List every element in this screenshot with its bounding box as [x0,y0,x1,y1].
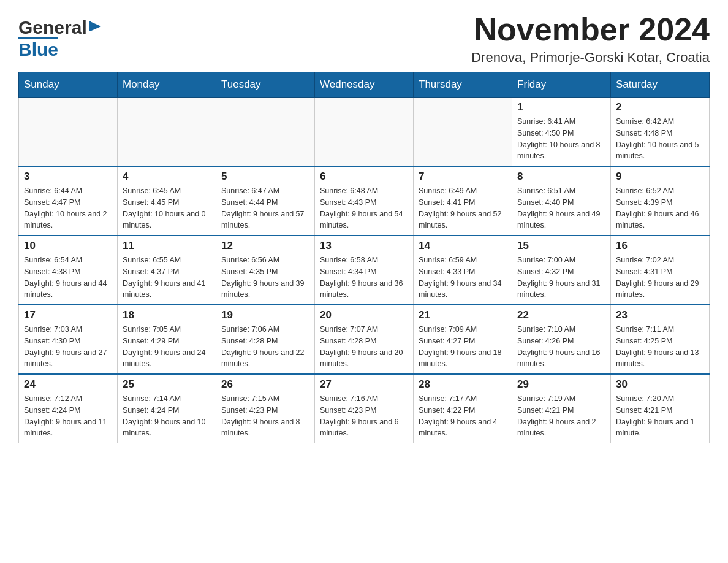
day-number: 12 [221,240,309,252]
day-number: 16 [616,240,704,252]
day-number: 15 [517,240,605,252]
calendar-day-cell [414,98,512,167]
day-info: Sunrise: 6:58 AMSunset: 4:34 PMDaylight:… [320,255,408,301]
weekday-header-wednesday: Wednesday [315,72,414,98]
day-info: Sunrise: 7:17 AMSunset: 4:22 PMDaylight:… [419,393,507,439]
day-number: 3 [24,170,112,183]
day-number: 11 [123,240,211,252]
day-number: 28 [419,378,507,391]
weekday-header-saturday: Saturday [611,72,710,98]
day-number: 20 [320,309,408,321]
calendar-day-cell: 10Sunrise: 6:54 AMSunset: 4:38 PMDayligh… [19,236,118,305]
title-block: November 2024 Drenova, Primorje-Gorski K… [471,12,710,66]
day-info: Sunrise: 6:52 AMSunset: 4:39 PMDaylight:… [616,185,704,231]
weekday-header-monday: Monday [118,72,216,98]
day-info: Sunrise: 7:05 AMSunset: 4:29 PMDaylight:… [123,324,211,370]
weekday-header-tuesday: Tuesday [216,72,315,98]
calendar-header: SundayMondayTuesdayWednesdayThursdayFrid… [19,72,710,98]
calendar-day-cell: 13Sunrise: 6:58 AMSunset: 4:34 PMDayligh… [315,236,414,305]
calendar-day-cell: 5Sunrise: 6:47 AMSunset: 4:44 PMDaylight… [216,166,315,236]
calendar-body: 1Sunrise: 6:41 AMSunset: 4:50 PMDaylight… [19,98,710,443]
day-number: 29 [517,378,605,391]
calendar-week-row: 24Sunrise: 7:12 AMSunset: 4:24 PMDayligh… [19,374,710,443]
day-info: Sunrise: 6:49 AMSunset: 4:41 PMDaylight:… [419,185,507,231]
page-header: General Blue November 2024 Drenova, Prim… [18,12,710,66]
logo-general-text: General [18,18,87,37]
day-number: 5 [221,170,309,183]
day-info: Sunrise: 6:59 AMSunset: 4:33 PMDaylight:… [419,255,507,301]
day-number: 21 [419,309,507,321]
day-info: Sunrise: 7:14 AMSunset: 4:24 PMDaylight:… [123,393,211,439]
day-info: Sunrise: 7:19 AMSunset: 4:21 PMDaylight:… [517,393,605,439]
day-number: 2 [616,101,704,113]
calendar-day-cell: 24Sunrise: 7:12 AMSunset: 4:24 PMDayligh… [19,374,118,443]
day-number: 14 [419,240,507,252]
day-number: 10 [24,240,112,252]
calendar-day-cell: 11Sunrise: 6:55 AMSunset: 4:37 PMDayligh… [118,236,216,305]
calendar-day-cell: 4Sunrise: 6:45 AMSunset: 4:45 PMDaylight… [118,166,216,236]
logo-flag-icon [89,20,102,36]
day-number: 30 [616,378,704,391]
day-number: 25 [123,378,211,391]
calendar-day-cell: 1Sunrise: 6:41 AMSunset: 4:50 PMDaylight… [512,98,611,167]
day-info: Sunrise: 7:20 AMSunset: 4:21 PMDaylight:… [616,393,704,439]
calendar-day-cell: 21Sunrise: 7:09 AMSunset: 4:27 PMDayligh… [414,305,512,374]
day-number: 9 [616,170,704,183]
calendar-day-cell: 14Sunrise: 6:59 AMSunset: 4:33 PMDayligh… [414,236,512,305]
calendar-day-cell: 12Sunrise: 6:56 AMSunset: 4:35 PMDayligh… [216,236,315,305]
calendar-day-cell: 9Sunrise: 6:52 AMSunset: 4:39 PMDaylight… [611,166,710,236]
day-info: Sunrise: 6:54 AMSunset: 4:38 PMDaylight:… [24,255,112,301]
calendar-day-cell: 8Sunrise: 6:51 AMSunset: 4:40 PMDaylight… [512,166,611,236]
day-info: Sunrise: 7:10 AMSunset: 4:26 PMDaylight:… [517,324,605,370]
weekday-header-thursday: Thursday [414,72,512,98]
calendar-week-row: 10Sunrise: 6:54 AMSunset: 4:38 PMDayligh… [19,236,710,305]
day-number: 8 [517,170,605,183]
day-number: 4 [123,170,211,183]
calendar-day-cell [118,98,216,167]
calendar-day-cell: 23Sunrise: 7:11 AMSunset: 4:25 PMDayligh… [611,305,710,374]
day-info: Sunrise: 7:02 AMSunset: 4:31 PMDaylight:… [616,255,704,301]
weekday-header-sunday: Sunday [19,72,118,98]
day-info: Sunrise: 7:11 AMSunset: 4:25 PMDaylight:… [616,324,704,370]
day-info: Sunrise: 7:00 AMSunset: 4:32 PMDaylight:… [517,255,605,301]
calendar-day-cell: 25Sunrise: 7:14 AMSunset: 4:24 PMDayligh… [118,374,216,443]
calendar-day-cell: 15Sunrise: 7:00 AMSunset: 4:32 PMDayligh… [512,236,611,305]
calendar-day-cell [19,98,118,167]
day-info: Sunrise: 7:15 AMSunset: 4:23 PMDaylight:… [221,393,309,439]
day-info: Sunrise: 6:47 AMSunset: 4:44 PMDaylight:… [221,185,309,231]
calendar-day-cell: 7Sunrise: 6:49 AMSunset: 4:41 PMDaylight… [414,166,512,236]
day-info: Sunrise: 6:42 AMSunset: 4:48 PMDaylight:… [616,116,704,162]
calendar-table: SundayMondayTuesdayWednesdayThursdayFrid… [18,72,710,443]
day-number: 26 [221,378,309,391]
day-info: Sunrise: 7:07 AMSunset: 4:28 PMDaylight:… [320,324,408,370]
day-number: 27 [320,378,408,391]
day-info: Sunrise: 7:12 AMSunset: 4:24 PMDaylight:… [24,393,112,439]
calendar-day-cell: 30Sunrise: 7:20 AMSunset: 4:21 PMDayligh… [611,374,710,443]
day-number: 18 [123,309,211,321]
day-number: 22 [517,309,605,321]
day-number: 7 [419,170,507,183]
day-number: 23 [616,309,704,321]
day-info: Sunrise: 6:45 AMSunset: 4:45 PMDaylight:… [123,185,211,231]
calendar-day-cell: 6Sunrise: 6:48 AMSunset: 4:43 PMDaylight… [315,166,414,236]
calendar-week-row: 1Sunrise: 6:41 AMSunset: 4:50 PMDaylight… [19,98,710,167]
day-info: Sunrise: 6:44 AMSunset: 4:47 PMDaylight:… [24,185,112,231]
calendar-day-cell: 28Sunrise: 7:17 AMSunset: 4:22 PMDayligh… [414,374,512,443]
calendar-title: November 2024 [471,12,710,47]
day-info: Sunrise: 6:51 AMSunset: 4:40 PMDaylight:… [517,185,605,231]
day-info: Sunrise: 7:06 AMSunset: 4:28 PMDaylight:… [221,324,309,370]
svg-marker-0 [90,21,101,31]
day-info: Sunrise: 6:41 AMSunset: 4:50 PMDaylight:… [517,116,605,162]
calendar-day-cell [216,98,315,167]
calendar-day-cell: 19Sunrise: 7:06 AMSunset: 4:28 PMDayligh… [216,305,315,374]
calendar-week-row: 3Sunrise: 6:44 AMSunset: 4:47 PMDaylight… [19,166,710,236]
logo: General Blue [18,12,102,60]
calendar-day-cell: 16Sunrise: 7:02 AMSunset: 4:31 PMDayligh… [611,236,710,305]
logo-blue-text: Blue [18,39,58,59]
day-number: 6 [320,170,408,183]
calendar-day-cell: 3Sunrise: 6:44 AMSunset: 4:47 PMDaylight… [19,166,118,236]
day-number: 19 [221,309,309,321]
calendar-day-cell: 20Sunrise: 7:07 AMSunset: 4:28 PMDayligh… [315,305,414,374]
day-number: 1 [517,101,605,113]
day-info: Sunrise: 6:56 AMSunset: 4:35 PMDaylight:… [221,255,309,301]
